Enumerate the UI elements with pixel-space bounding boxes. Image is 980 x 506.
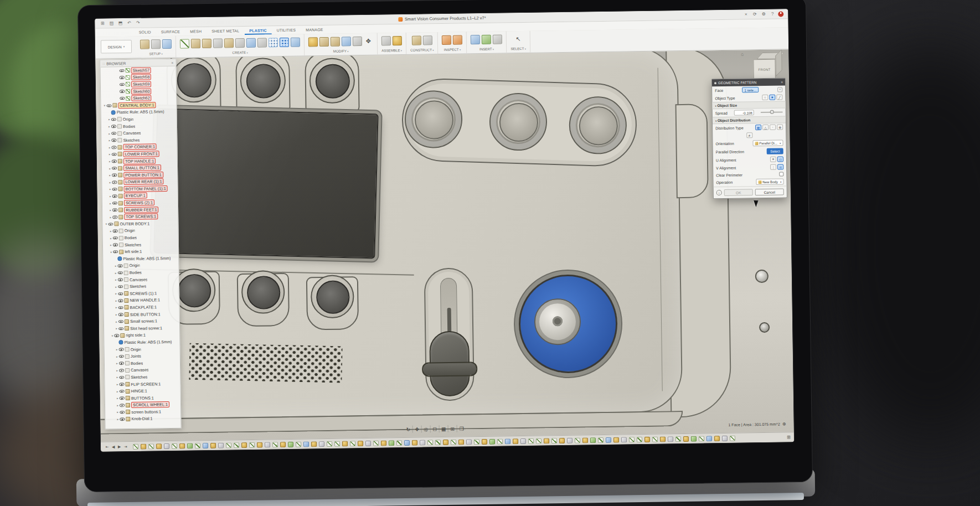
timeline-feature-icon[interactable] — [598, 437, 604, 443]
timeline-feature-icon[interactable] — [334, 441, 340, 446]
tab-mesh[interactable]: MESH — [185, 27, 207, 36]
timeline-feature-icon[interactable] — [505, 438, 510, 444]
timeline-feature-icon[interactable] — [164, 443, 169, 448]
u-align-start-icon[interactable]: ≡ — [770, 157, 776, 162]
timeline-feature-icon[interactable] — [451, 439, 456, 445]
expand-caret-icon[interactable]: ▸ — [109, 202, 112, 205]
expand-caret-icon[interactable]: ▾ — [109, 250, 113, 254]
expand-caret-icon[interactable]: ▸ — [115, 306, 118, 309]
expand-caret-icon[interactable]: ▸ — [107, 146, 111, 149]
visibility-eye-icon[interactable] — [113, 229, 118, 233]
timeline-feature-icon[interactable] — [567, 437, 572, 443]
triangle-distribution-icon[interactable]: △ — [762, 125, 768, 130]
timeline-feature-icon[interactable] — [621, 437, 627, 442]
timeline-feature-icon[interactable] — [489, 438, 495, 444]
visibility-eye-icon[interactable] — [119, 383, 124, 386]
clear-perimeter-checkbox[interactable] — [779, 172, 783, 176]
tab-surface[interactable]: SURFACE — [156, 28, 185, 37]
timeline-feature-icon[interactable] — [474, 439, 479, 445]
expand-caret-icon[interactable]: ▸ — [115, 355, 119, 358]
visibility-eye-icon[interactable] — [111, 132, 116, 135]
timeline-feature-icon[interactable] — [466, 439, 472, 445]
expand-caret-icon[interactable]: ▸ — [107, 118, 111, 121]
expand-caret-icon[interactable]: ▸ — [108, 159, 112, 163]
expand-caret-icon[interactable]: ▸ — [109, 229, 113, 233]
expand-caret-icon[interactable]: ▸ — [109, 215, 112, 219]
app-grid-icon[interactable]: ⊞ — [99, 21, 106, 26]
visibility-eye-icon[interactable] — [112, 209, 117, 212]
new-component-icon[interactable] — [381, 36, 391, 45]
brush-object-icon[interactable]: ╱ — [776, 94, 782, 100]
visibility-eye-icon[interactable] — [120, 69, 125, 73]
expand-caret-icon[interactable]: ▸ — [107, 125, 111, 128]
operation-dropdown[interactable]: New Body — [756, 178, 783, 185]
timeline-feature-icon[interactable] — [249, 442, 255, 447]
timeline-feature-icon[interactable] — [551, 438, 557, 443]
expand-caret-icon[interactable]: ▾ — [110, 334, 114, 337]
tab-plastic[interactable]: PLASTIC — [244, 26, 272, 35]
circle-distribution-icon[interactable]: ◦ — [770, 125, 776, 130]
visibility-eye-icon[interactable] — [112, 160, 117, 163]
timeline-feature-icon[interactable] — [303, 441, 309, 447]
timeline-feature-icon[interactable] — [443, 439, 448, 445]
timeline-feature-icon[interactable] — [536, 438, 541, 443]
snap-fit-icon[interactable] — [213, 38, 223, 48]
timeline-feature-icon[interactable] — [195, 443, 200, 448]
geometric-pattern-icon[interactable] — [280, 37, 289, 47]
expand-caret-icon[interactable]: ▸ — [115, 313, 118, 316]
grid-settings-icon[interactable]: ⊞ — [448, 425, 457, 432]
visibility-eye-icon[interactable] — [113, 250, 118, 254]
visibility-eye-icon[interactable] — [119, 362, 124, 365]
ok-button[interactable]: OK — [724, 189, 753, 196]
timeline-feature-icon[interactable] — [699, 436, 704, 441]
v-align-middle-icon[interactable]: ⊞ — [777, 164, 783, 169]
timeline-feature-icon[interactable] — [241, 442, 247, 448]
visibility-eye-icon[interactable] — [118, 320, 123, 323]
expand-caret-icon[interactable]: ▸ — [114, 264, 117, 267]
expand-caret-icon[interactable]: ▸ — [116, 404, 120, 407]
timeline-feature-icon[interactable] — [280, 442, 286, 447]
visibility-eye-icon[interactable] — [120, 390, 125, 393]
timeline-feature-icon[interactable] — [637, 437, 642, 442]
visibility-eye-icon[interactable] — [120, 417, 125, 421]
file-menu-icon[interactable]: ▤ — [108, 20, 115, 25]
visibility-eye-icon[interactable] — [120, 397, 125, 400]
expand-caret-icon[interactable]: ▸ — [107, 132, 111, 135]
tab-utilities[interactable]: UTILITIES — [272, 26, 301, 35]
timeline-feature-icon[interactable] — [590, 437, 596, 443]
visibility-eye-icon[interactable] — [112, 174, 117, 177]
expand-caret-icon[interactable]: ▸ — [116, 396, 120, 400]
timeline-feature-icon[interactable] — [327, 441, 332, 446]
expand-caret-icon[interactable]: ▸ — [109, 209, 112, 212]
expand-caret-icon[interactable]: ▸ — [115, 320, 118, 323]
visibility-eye-icon[interactable] — [112, 180, 117, 184]
expand-caret-icon[interactable]: ▸ — [109, 188, 112, 191]
display-settings-icon[interactable]: ▦ — [440, 425, 448, 432]
v-align-start-icon[interactable]: ⋮ — [770, 164, 776, 170]
redo-icon[interactable]: ↷ — [135, 20, 141, 25]
dialog-menu-icon[interactable]: ≡ — [781, 80, 783, 84]
close-icon[interactable]: × — [742, 12, 749, 17]
face-selection-chip[interactable]: 1 sele... — [742, 87, 759, 92]
mirror-icon[interactable] — [291, 37, 300, 47]
boss-icon[interactable] — [202, 38, 212, 48]
timeline-feature-icon[interactable] — [482, 438, 487, 444]
timeline-feature-icon[interactable] — [730, 435, 735, 441]
visibility-eye-icon[interactable] — [112, 202, 117, 205]
insert-canvas-icon[interactable] — [471, 35, 480, 44]
timeline-feature-icon[interactable] — [520, 438, 526, 443]
move-icon[interactable]: ✥ — [364, 36, 373, 45]
timeline-play-icon[interactable]: ▶ — [116, 445, 122, 449]
expand-caret-icon[interactable]: ▸ — [108, 174, 112, 177]
timeline-feature-icon[interactable] — [272, 442, 278, 447]
expand-caret-icon[interactable]: ▸ — [114, 271, 118, 275]
insert-decal-icon[interactable] — [482, 34, 491, 44]
expand-caret-icon[interactable]: ▸ — [108, 153, 112, 156]
timeline-feature-icon[interactable] — [683, 436, 689, 441]
u-align-center-icon[interactable]: ⊟ — [777, 156, 783, 162]
visibility-eye-icon[interactable] — [120, 411, 125, 414]
visibility-eye-icon[interactable] — [112, 188, 117, 191]
timeline-feature-icon[interactable] — [257, 442, 262, 447]
toolbar-group-label-construct[interactable]: CONSTRUCT — [410, 48, 434, 52]
visibility-eye-icon[interactable] — [114, 334, 119, 337]
